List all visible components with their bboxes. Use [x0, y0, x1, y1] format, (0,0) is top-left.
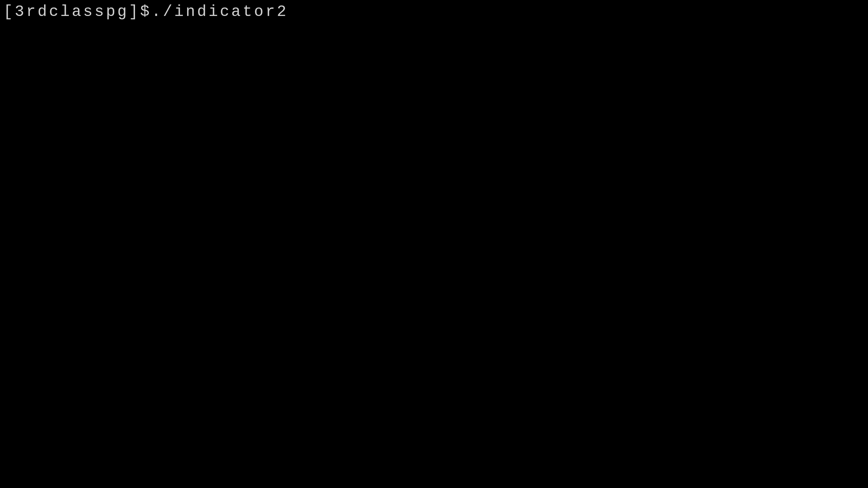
terminal-line: [3rdclasspg]$./indicator2 [3, 3, 865, 21]
command-input[interactable]: ./indicator2 [152, 3, 288, 21]
shell-prompt: [3rdclasspg]$ [3, 3, 152, 21]
terminal-window[interactable]: [3rdclasspg]$./indicator2 [0, 0, 868, 488]
